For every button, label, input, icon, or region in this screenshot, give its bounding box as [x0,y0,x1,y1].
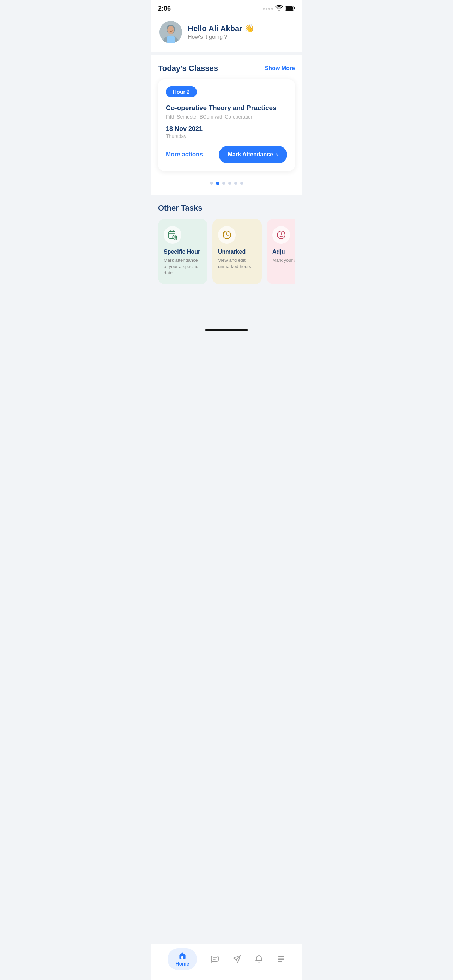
specific-hour-icon-circle [164,226,181,244]
divider-1 [151,52,302,56]
task-card-unmarked[interactable]: Unmarked View and edit unmarked hours [212,219,262,284]
dot-5 [234,182,237,185]
dot-4 [228,182,231,185]
wifi-icon [275,5,283,12]
unmarked-desc: View and edit unmarked hours [218,257,256,270]
header-text: Hello Ali Akbar 👋 How's it going ? [188,24,254,40]
specific-hour-title: Specific Hour [164,249,202,255]
chevron-right-icon: › [276,151,278,158]
class-name: Co-operative Theory and Practices [166,104,287,113]
home-indicator [205,329,248,331]
adjust-title: Adju [272,249,295,255]
mark-attendance-button[interactable]: Mark Attendance › [219,146,287,163]
card-actions: More actions Mark Attendance › [166,146,287,163]
section-header: Today's Classes Show More [158,64,295,73]
todays-classes-title: Today's Classes [158,64,218,73]
battery-icon [285,6,295,12]
tasks-row: Specific Hour Mark attendance of your a … [158,219,295,284]
other-tasks-section: Other Tasks Specific Hour Mark attendanc… [151,195,302,327]
todays-classes-section: Today's Classes Show More Hour 2 Co-oper… [151,56,302,195]
class-date: 18 Nov 2021 [166,125,287,133]
svg-point-6 [167,26,174,34]
carousel-dots [158,177,295,188]
dot-2 [216,182,219,185]
specific-hour-desc: Mark attendance of your a specific date [164,257,202,277]
adjust-desc: Mark your a [272,257,295,264]
other-tasks-title: Other Tasks [158,204,295,213]
status-icons [263,5,295,12]
status-bar: 2:06 [151,0,302,15]
avatar [159,21,182,43]
more-actions-button[interactable]: More actions [166,151,203,158]
hour-badge: Hour 2 [166,86,197,97]
dot-1 [210,182,213,185]
svg-rect-5 [167,37,175,43]
greeting-sub: How's it going ? [188,34,254,40]
class-sub: Fifth Semester-BCom with Co-operation [166,114,287,119]
status-time: 2:06 [158,5,171,12]
class-card: Hour 2 Co-operative Theory and Practices… [158,80,295,171]
unmarked-title: Unmarked [218,249,256,255]
svg-rect-1 [286,6,293,10]
task-card-adjust[interactable]: Adju Mark your a [267,219,295,284]
unmarked-icon-circle [218,226,236,244]
show-more-button[interactable]: Show More [265,65,295,72]
dot-6 [240,182,243,185]
greeting-text: Hello Ali Akbar 👋 [188,24,254,33]
class-day: Thursday [166,134,287,139]
dot-3 [222,182,226,185]
mark-attendance-label: Mark Attendance [228,151,273,158]
adjust-icon-circle [272,226,290,244]
task-card-specific-hour[interactable]: Specific Hour Mark attendance of your a … [158,219,207,284]
header: Hello Ali Akbar 👋 How's it going ? [151,15,302,52]
signal-icon [263,8,273,10]
